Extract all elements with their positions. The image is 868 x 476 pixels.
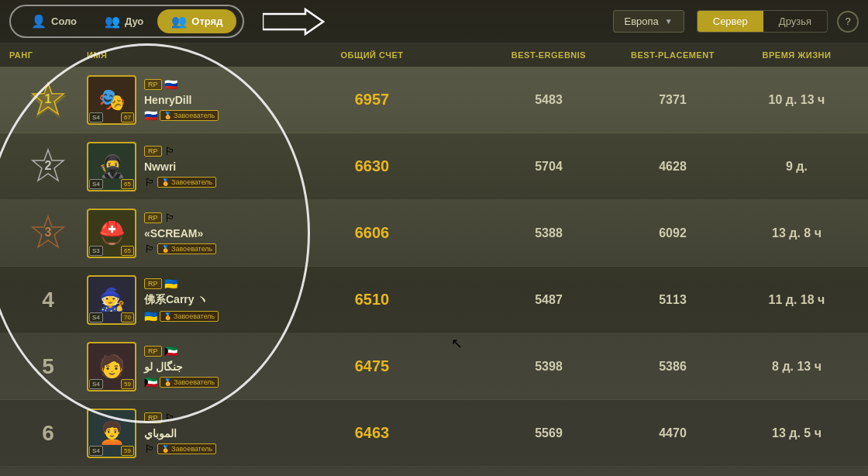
server-friends-toggle: Сервер Друзья bbox=[697, 10, 828, 33]
help-button[interactable]: ? bbox=[837, 11, 859, 33]
total-score: 6957 bbox=[257, 91, 487, 109]
best-placement: 7371 bbox=[611, 93, 735, 107]
best-score: 5487 bbox=[487, 293, 611, 307]
rank-cell: 5 bbox=[9, 354, 87, 379]
season-badge: S4 bbox=[89, 312, 103, 323]
rank-number: 5 bbox=[42, 354, 54, 379]
best-placement: 4470 bbox=[611, 426, 735, 440]
tab-squad[interactable]: 👥 Отряд bbox=[157, 9, 236, 33]
header: 👤 Соло 👥 Дуо 👥 Отряд Европа ▼ Сервер Дру… bbox=[0, 0, 868, 43]
squad-icon: 👥 bbox=[171, 14, 187, 29]
country-flag: 🇷🇺 bbox=[144, 109, 157, 122]
player-name: 佛系Carry ヽ bbox=[144, 293, 219, 307]
avatar: 🎭 S4 67 bbox=[87, 75, 136, 125]
best-score: 5704 bbox=[487, 160, 611, 174]
region-label: Европа bbox=[625, 16, 659, 27]
rank-2-icon: 2 bbox=[28, 147, 68, 187]
rank-badge-bronze: 3 bbox=[28, 213, 68, 254]
table-row[interactable]: 3 ⛑️ S3 65 RP 🏳 «SCREAM» 🏳 🏅 З bbox=[0, 200, 868, 267]
table-row[interactable]: 5 🧑 S4 59 RP 🇰🇼 جنگال لو 🇰🇼 🏅 Завоевате bbox=[0, 333, 868, 400]
player-cell: 🎭 S4 67 RP 🇷🇺 HenryDill 🇷🇺 🏅 Завоеватель bbox=[87, 75, 257, 125]
play-time: 8 д. 13 ч bbox=[735, 360, 859, 374]
play-time: 13 д. 8 ч bbox=[735, 226, 859, 240]
player-name: الموباي bbox=[144, 427, 216, 440]
player-sub-info: RP 🏳 bbox=[144, 412, 216, 424]
rank-badge-silver: 2 bbox=[28, 147, 68, 187]
rank-cell: 6 bbox=[9, 421, 87, 446]
country-flag: 🇺🇦 bbox=[144, 310, 157, 323]
best-placement: 5386 bbox=[611, 360, 735, 374]
avatar: 🧑 S4 59 bbox=[87, 342, 136, 391]
col-total-score: Общий счет bbox=[257, 50, 487, 60]
conquest-badge: 🏅 Завоеватель bbox=[157, 243, 216, 254]
country-flag: 🏳 bbox=[144, 443, 155, 455]
rp-badge: 65 bbox=[121, 179, 134, 189]
player-tier-row: 🇰🇼 🏅 Завоеватель bbox=[144, 376, 219, 388]
player-info: RP 🇰🇼 جنگال لو 🇰🇼 🏅 Завоеватель bbox=[144, 345, 219, 388]
table-row[interactable]: 4 🧙 S4 70 RP 🇺🇦 佛系Carry ヽ 🇺🇦 🏅 Завоеват bbox=[0, 267, 868, 333]
svg-text:3: 3 bbox=[45, 226, 52, 239]
best-placement: 4628 bbox=[611, 160, 735, 174]
player-info: RP 🏳 «SCREAM» 🏳 🏅 Завоеватель bbox=[144, 212, 216, 255]
player-tier-row: 🇷🇺 🏅 Завоеватель bbox=[144, 109, 219, 122]
arrow-icon bbox=[263, 8, 325, 36]
player-info: RP 🏳 Nwwri 🏳 🏅 Завоеватель bbox=[144, 145, 216, 188]
player-cell: ⛑️ S3 65 RP 🏳 «SCREAM» 🏳 🏅 Завоеватель bbox=[87, 209, 257, 258]
rank-cell: 3 bbox=[9, 213, 87, 254]
rank-cell: 2 bbox=[9, 147, 87, 187]
col-play-time: Время жизни bbox=[735, 50, 859, 60]
table-row[interactable]: 6 🧑‍🦱 S4 59 RP 🏳 الموباي 🏳 🏅 Завоеватель bbox=[0, 400, 868, 467]
player-name: HenryDill bbox=[144, 94, 219, 106]
play-time: 10 д. 13 ч bbox=[735, 93, 859, 107]
flag-icon: 🏳 bbox=[164, 145, 175, 157]
player-info: RP 🏳 الموباي 🏳 🏅 Завоеватель bbox=[144, 412, 216, 455]
tab-solo[interactable]: 👤 Соло bbox=[17, 9, 91, 33]
player-sub-info: RP 🇺🇦 bbox=[144, 278, 219, 290]
svg-text:1: 1 bbox=[45, 92, 52, 105]
best-score: 5569 bbox=[487, 426, 611, 440]
flag-icon: 🇺🇦 bbox=[164, 278, 177, 290]
arrow-hint bbox=[263, 8, 325, 36]
player-sub-info: RP 🇷🇺 bbox=[144, 78, 219, 91]
flag-icon: 🏳 bbox=[164, 412, 175, 424]
tab-duo-label: Дуо bbox=[125, 16, 143, 27]
tab-duo[interactable]: 👥 Дуо bbox=[91, 9, 157, 33]
conquest-badge: 🏅 Завоеватель bbox=[157, 177, 216, 188]
column-headers: Ранг Имя Общий счет Best-Ergebnis Best-p… bbox=[0, 43, 868, 67]
friends-button[interactable]: Друзья bbox=[763, 11, 827, 32]
table-row[interactable]: 1 🎭 S4 67 RP 🇷🇺 HenryDill 🇷🇺 🏅 bbox=[0, 67, 868, 133]
rp-badge: 65 bbox=[121, 246, 134, 256]
player-info: RP 🇺🇦 佛系Carry ヽ 🇺🇦 🏅 Завоеватель bbox=[144, 278, 219, 323]
tab-squad-label: Отряд bbox=[191, 16, 222, 27]
rp-badge: 70 bbox=[121, 312, 134, 323]
total-score: 6606 bbox=[257, 224, 487, 242]
table-row[interactable]: 2 🥷 S4 65 RP 🏳 Nwwri 🏳 🏅 Заво bbox=[0, 133, 868, 200]
conquest-icon: 🏅 bbox=[164, 112, 172, 119]
player-tier-row: 🇺🇦 🏅 Завоеватель bbox=[144, 310, 219, 323]
season-badge: S4 bbox=[89, 379, 103, 389]
season-badge: S4 bbox=[89, 446, 103, 456]
region-selector[interactable]: Европа ▼ bbox=[613, 10, 684, 33]
player-tier-row: 🏳 🏅 Завоеватель bbox=[144, 443, 216, 455]
conquest-badge: 🏅 Завоеватель bbox=[157, 443, 216, 454]
conquest-badge: 🏅 Завоеватель bbox=[160, 311, 219, 322]
rp-badge: 67 bbox=[121, 112, 134, 122]
rank-number: 4 bbox=[42, 288, 54, 312]
country-flag: 🏳 bbox=[144, 243, 155, 255]
rank-1-icon: 1 bbox=[28, 80, 68, 120]
total-score: 6475 bbox=[257, 357, 487, 375]
total-score: 6463 bbox=[257, 424, 487, 442]
rank-number: 6 bbox=[42, 421, 54, 446]
player-cell: 🥷 S4 65 RP 🏳 Nwwri 🏳 🏅 Завоеватель bbox=[87, 142, 257, 191]
server-button[interactable]: Сервер bbox=[698, 11, 763, 32]
rp-label: RP bbox=[144, 146, 162, 157]
rank-cell: 1 bbox=[9, 80, 87, 120]
col-rank: Ранг bbox=[9, 50, 87, 60]
total-score: 6510 bbox=[257, 291, 487, 309]
player-cell: 🧑‍🦱 S4 59 RP 🏳 الموباي 🏳 🏅 Завоеватель bbox=[87, 409, 257, 458]
avatar: 🧑‍🦱 S4 59 bbox=[87, 409, 136, 458]
avatar: ⛑️ S3 65 bbox=[87, 209, 136, 258]
col-player: Имя bbox=[87, 50, 257, 60]
season-badge: S4 bbox=[89, 112, 103, 122]
best-placement: 6092 bbox=[611, 226, 735, 240]
